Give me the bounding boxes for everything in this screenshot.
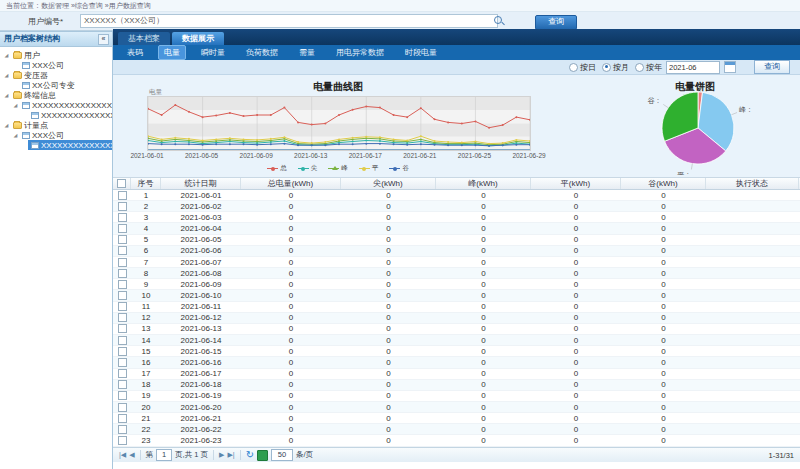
table-row[interactable]: 132021-06-1300000	[113, 324, 800, 335]
row-checkbox[interactable]	[118, 414, 127, 423]
table-row[interactable]: 62021-06-0600000	[113, 246, 800, 257]
tree-expand-icon[interactable]: ◢	[3, 72, 10, 78]
row-checkbox[interactable]	[118, 302, 127, 311]
row-checkbox[interactable]	[118, 224, 127, 233]
secondary-tab[interactable]: 瞬时量	[195, 45, 231, 60]
primary-tab[interactable]: 基本档案	[118, 32, 170, 45]
row-checkbox[interactable]	[118, 313, 127, 322]
table-row[interactable]: 72021-06-0700000	[113, 257, 800, 268]
tree-item-inner[interactable]: XXX公司	[19, 130, 66, 140]
tree-expand-icon[interactable]: ◢	[3, 52, 10, 58]
primary-tab[interactable]: 数据展示	[172, 32, 224, 45]
table-row[interactable]: 142021-06-1400000	[113, 335, 800, 346]
tree-item-inner[interactable]: XX公司专变	[19, 80, 77, 90]
table-row[interactable]: 162021-06-1600000	[113, 357, 800, 368]
tree-item-inner[interactable]: 变压器	[10, 70, 50, 80]
row-checkbox[interactable]	[118, 324, 127, 333]
search-icon[interactable]	[494, 16, 505, 27]
tree-item-inner[interactable]: 用户	[10, 50, 42, 60]
secondary-tab[interactable]: 需量	[293, 45, 321, 60]
tree-item[interactable]: ◢变压器	[0, 70, 112, 80]
last-page-icon[interactable]: ▶|	[227, 450, 234, 460]
tree-item[interactable]: ◢用户	[0, 50, 112, 60]
column-header[interactable]: 执行状态	[706, 178, 799, 189]
prev-page-icon[interactable]: ◀	[129, 450, 134, 460]
table-row[interactable]: 102021-06-1000000	[113, 290, 800, 301]
table-row[interactable]: 112021-06-1100000	[113, 302, 800, 313]
tree-item-inner[interactable]: XXX公司	[19, 60, 66, 70]
secondary-tab[interactable]: 电量	[158, 45, 186, 60]
tree-expand-icon[interactable]: ◢	[3, 122, 10, 128]
row-checkbox[interactable]	[118, 191, 127, 200]
table-row[interactable]: 152021-06-1500000	[113, 346, 800, 357]
row-checkbox[interactable]	[118, 425, 127, 434]
row-checkbox[interactable]	[118, 269, 127, 278]
table-row[interactable]: 232021-06-2300000	[113, 435, 800, 446]
radio-icon[interactable]	[602, 63, 611, 72]
legend-item[interactable]: 平	[359, 164, 379, 173]
table-row[interactable]: 172021-06-1700000	[113, 369, 800, 380]
row-checkbox[interactable]	[118, 436, 127, 445]
row-checkbox[interactable]	[118, 258, 127, 267]
calendar-icon[interactable]	[724, 61, 736, 73]
row-checkbox[interactable]	[118, 202, 127, 211]
row-checkbox[interactable]	[118, 369, 127, 378]
table-row[interactable]: 122021-06-1200000	[113, 313, 800, 324]
export-excel-icon[interactable]	[257, 450, 268, 461]
table-row[interactable]: 222021-06-2200000	[113, 424, 800, 435]
row-checkbox[interactable]	[118, 403, 127, 412]
row-checkbox[interactable]	[118, 336, 127, 345]
row-checkbox[interactable]	[118, 380, 127, 389]
legend-item[interactable]: 尖	[298, 164, 318, 173]
column-header[interactable]: 峰(kWh)	[436, 178, 531, 189]
radio-icon[interactable]	[635, 63, 644, 72]
table-row[interactable]: 82021-06-0800000	[113, 268, 800, 279]
period-radio-option[interactable]: 按日	[569, 62, 596, 73]
tree-item[interactable]: ◢XXXXXXXXXXXXXXXX	[0, 100, 112, 110]
query-button[interactable]: 查询	[535, 15, 577, 30]
tree-item-inner[interactable]: XXXXXXXXXXXXXXXX	[19, 100, 112, 110]
row-checkbox[interactable]	[118, 291, 127, 300]
tree-expand-icon[interactable]: ◢	[3, 92, 10, 98]
row-checkbox[interactable]	[118, 213, 127, 222]
filter-query-button[interactable]: 查询	[754, 60, 790, 74]
tree-item-inner[interactable]: 终端信息	[10, 90, 58, 100]
table-row[interactable]: 42021-06-0400000	[113, 223, 800, 234]
radio-icon[interactable]	[569, 63, 578, 72]
select-all-checkbox[interactable]	[117, 179, 126, 188]
row-checkbox[interactable]	[118, 280, 127, 289]
column-header[interactable]: 尖(kWh)	[341, 178, 436, 189]
tree-item[interactable]: ◢终端信息	[0, 90, 112, 100]
column-header[interactable]: 总电量(kWh)	[241, 178, 341, 189]
page-size-input[interactable]: 50	[271, 449, 293, 461]
table-row[interactable]: 22021-06-0200000	[113, 201, 800, 212]
collapse-panel-icon[interactable]: «	[98, 34, 109, 45]
row-checkbox[interactable]	[118, 347, 127, 356]
tree-item[interactable]: XXXXXXXXXXXXXXXXX	[0, 110, 112, 120]
legend-item[interactable]: 总	[267, 164, 287, 173]
tree-item[interactable]: XXXXXXXXXXXXXXX	[0, 140, 112, 150]
secondary-tab[interactable]: 表码	[121, 45, 149, 60]
legend-item[interactable]: 峰	[328, 164, 348, 173]
column-header[interactable]: 统计日期	[161, 178, 241, 189]
tree-item-inner[interactable]: XXXXXXXXXXXXXXXXX	[28, 110, 112, 120]
period-radio-option[interactable]: 按月	[602, 62, 629, 73]
next-page-icon[interactable]: ▶	[219, 450, 224, 460]
table-row[interactable]: 12021-06-0100000	[113, 190, 800, 201]
column-header[interactable]: 平(kWh)	[531, 178, 621, 189]
refresh-icon[interactable]: ↻	[246, 450, 254, 460]
table-row[interactable]: 52021-06-0500000	[113, 235, 800, 246]
row-checkbox[interactable]	[118, 358, 127, 367]
table-row[interactable]: 202021-06-2000000	[113, 402, 800, 413]
period-radio-option[interactable]: 按年	[635, 62, 662, 73]
tree-item[interactable]: ◢XXX公司	[0, 130, 112, 140]
tree-item-inner[interactable]: 计量点	[10, 120, 50, 130]
table-row[interactable]: 92021-06-0900000	[113, 279, 800, 290]
tree-item[interactable]: XXX公司	[0, 60, 112, 70]
tree-expand-icon[interactable]: ◢	[12, 132, 19, 138]
row-checkbox[interactable]	[118, 391, 127, 400]
page-number-input[interactable]: 1	[156, 449, 172, 461]
secondary-tab[interactable]: 负荷数据	[240, 45, 284, 60]
table-row[interactable]: 182021-06-1800000	[113, 380, 800, 391]
tree-item[interactable]: XX公司专变	[0, 80, 112, 90]
